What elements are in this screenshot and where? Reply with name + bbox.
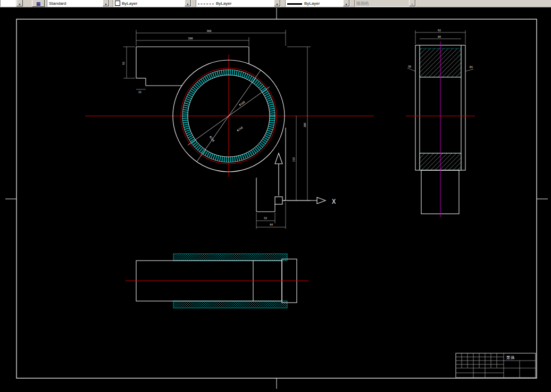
paper-space-background[interactable] xyxy=(0,0,551,392)
drawing-svg[interactable]: 366 288 55 21 115 205 33 44 Φ160 Φ150 Φ1… xyxy=(0,0,551,392)
dim-label-side-bore: 80 xyxy=(438,35,441,38)
plot-style-combo: 随颜色 ▼ xyxy=(354,0,416,7)
dim-label-total-width: 366 xyxy=(206,29,211,32)
color-combo[interactable]: ByLayer ▼ xyxy=(113,0,191,7)
plot-style-value: 随颜色 xyxy=(356,1,409,6)
dim-label-right-inner: 115 xyxy=(292,157,295,162)
dim-label-flange-height: 55 xyxy=(122,62,125,65)
dim-label-step: 21 xyxy=(138,90,141,94)
dim-label-side-width: 92 xyxy=(438,29,441,32)
lineweight-combo[interactable]: ByLayer ▼ xyxy=(285,0,350,7)
lineweight-sample-icon xyxy=(287,3,302,5)
dim-label-side-right: R5 xyxy=(470,65,473,69)
partial-combo-arrow-icon[interactable]: ▼ xyxy=(16,0,23,6)
chevron-down-icon[interactable]: ▼ xyxy=(185,0,191,6)
text-style-combo[interactable]: Standard ▼ xyxy=(47,0,110,7)
dim-label-notch-width: 33 xyxy=(264,216,267,220)
partial-combo[interactable] xyxy=(0,0,16,7)
chevron-down-icon[interactable]: ▼ xyxy=(274,0,280,6)
text-style-value: Standard xyxy=(49,1,103,6)
drawing-canvas[interactable]: 366 288 55 21 115 205 33 44 Φ160 Φ150 Φ1… xyxy=(0,0,551,392)
cad-app-window: 366 288 55 21 115 205 33 44 Φ160 Φ150 Φ1… xyxy=(0,0,551,392)
toolbar: ▼ ▦ Standard ▼ ByLayer ▼ ByLayer ▼ ByLay… xyxy=(0,0,551,7)
ucs-x-label: X xyxy=(332,198,336,205)
bottom-hatch-top xyxy=(173,254,287,261)
toolbar-icon[interactable]: ▦ xyxy=(32,0,45,7)
linetype-sample-icon xyxy=(198,4,214,4)
linetype-combo[interactable]: ByLayer ▼ xyxy=(196,0,281,7)
dim-label-notch-total: 44 xyxy=(270,223,273,226)
chevron-down-icon[interactable]: ▼ xyxy=(103,0,109,6)
dim-label-flange-width: 288 xyxy=(188,37,193,40)
chevron-down-icon[interactable]: ▼ xyxy=(343,0,349,6)
color-swatch-icon xyxy=(115,1,120,6)
dim-label-right-total: 205 xyxy=(303,122,306,127)
color-value: ByLayer xyxy=(122,1,185,6)
lineweight-value: ByLayer xyxy=(304,1,343,6)
linetype-value: ByLayer xyxy=(216,1,274,6)
bottom-hatch-bottom xyxy=(173,301,287,308)
title-block-part-name: 泵体 xyxy=(506,355,515,360)
dim-label-side-left: 38 xyxy=(408,65,411,68)
chevron-down-icon: ▼ xyxy=(409,0,415,6)
